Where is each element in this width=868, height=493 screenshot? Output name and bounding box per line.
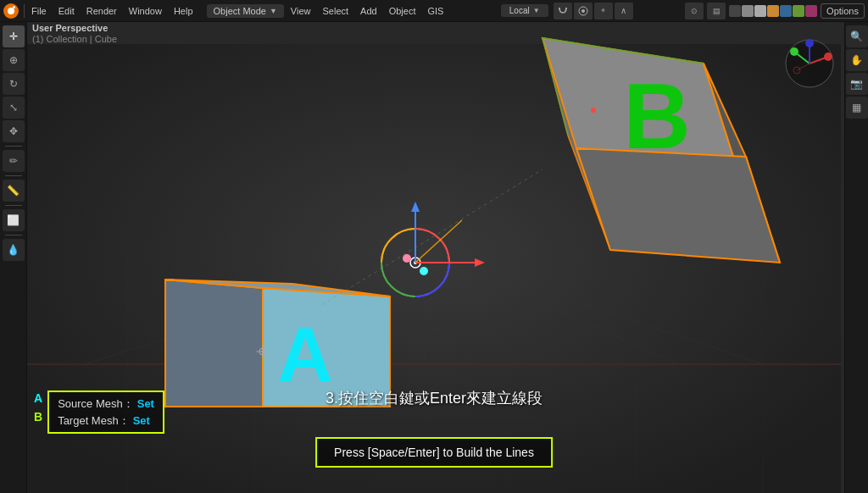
measure-tool[interactable]: 📏 — [3, 180, 25, 202]
menu-file[interactable]: File — [26, 4, 52, 18]
menu-gis[interactable]: GIS — [422, 4, 448, 18]
add-cube-tool[interactable]: ⬜ — [3, 209, 25, 231]
label-b: B — [34, 409, 42, 426]
menu-window[interactable]: Window — [124, 4, 167, 18]
annotate-tool[interactable]: ✏ — [3, 150, 25, 172]
magnet-button[interactable] — [554, 3, 572, 19]
object-mode-label: Object Mode — [214, 6, 266, 16]
menu-object[interactable]: Object — [384, 4, 421, 18]
viewport: A B — [0, 0, 868, 493]
view-perspective-label: User Perspective — [32, 23, 117, 33]
transform-tool[interactable]: ✥ — [3, 120, 25, 142]
svg-point-47 — [420, 267, 428, 275]
toolbar-sep-1 — [5, 146, 22, 147]
left-toolbar: ✛ ⊕ ↻ ⤡ ✥ ✏ 📏 ⬜ 💧 — [0, 22, 27, 493]
snap-align-button[interactable]: ⌖ — [594, 3, 613, 19]
object-mode-selector[interactable]: Object Mode ▼ — [207, 4, 284, 18]
color-dot-1 — [729, 5, 741, 17]
color-dot-5 — [780, 5, 792, 17]
svg-text:A: A — [278, 313, 333, 397]
menu-edit[interactable]: Edit — [53, 4, 80, 18]
proportional-edit-button[interactable] — [574, 3, 593, 19]
toolbar-sep-3 — [5, 205, 22, 206]
transform-pivot-selector[interactable]: Local ▼ — [501, 4, 548, 17]
layer-button[interactable]: ▤ — [707, 3, 726, 19]
search-right-icon[interactable]: 🔍 — [846, 25, 868, 47]
color-dot-6 — [793, 5, 804, 17]
rotate-tool[interactable]: ↻ — [3, 73, 25, 95]
local-label: Local — [509, 6, 530, 15]
eyedropper-tool[interactable]: 💧 — [3, 239, 25, 261]
svg-point-61 — [581, 9, 585, 13]
menu-view[interactable]: View — [286, 4, 316, 18]
color-dot-3 — [754, 5, 766, 17]
hand-tool[interactable]: ✋ — [846, 49, 868, 71]
color-dot-7 — [805, 5, 817, 17]
scale-tool[interactable]: ⤡ — [3, 97, 25, 119]
right-panel: 🔍 ✋ 📷 ▦ — [844, 22, 868, 493]
svg-point-37 — [591, 108, 596, 113]
toolbar-sep-4 — [5, 235, 22, 235]
target-mesh-row: Target Mesh： Set — [58, 413, 154, 429]
menu-help[interactable]: Help — [169, 4, 198, 18]
menu-render[interactable]: Render — [81, 4, 122, 18]
options-button[interactable]: Options — [821, 3, 865, 19]
toolbar-sep-2 — [5, 175, 22, 176]
camera-tool[interactable]: 📷 — [846, 73, 868, 95]
scene-selector[interactable]: ⊙ — [685, 3, 704, 19]
menu-add[interactable]: Add — [355, 4, 382, 18]
svg-point-53 — [790, 47, 798, 56]
layers-tool[interactable]: ▦ — [846, 97, 868, 119]
cursor-tool[interactable]: ✛ — [3, 25, 25, 47]
breadcrumb-area: User Perspective (1) Collection | Cube — [27, 22, 117, 44]
instruction-chinese: 3.按住空白鍵或Enter來建立線段 — [326, 390, 542, 407]
color-dot-2 — [742, 5, 754, 17]
color-dot-4 — [767, 5, 779, 17]
press-button[interactable]: Press [Space/Enter] to Build the Lines — [315, 437, 553, 468]
svg-text:B: B — [623, 64, 690, 168]
svg-point-46 — [403, 254, 411, 263]
move-tool[interactable]: ⊕ — [3, 49, 25, 71]
collection-label: (1) Collection | Cube — [32, 34, 117, 44]
menu-select[interactable]: Select — [317, 4, 353, 18]
mode-dropdown-icon: ▼ — [270, 7, 277, 15]
blender-logo — [3, 3, 19, 19]
target-mesh-value: Set — [133, 413, 150, 429]
svg-point-51 — [824, 53, 832, 61]
extra-snap-button[interactable]: ∧ — [615, 3, 633, 19]
top-bar: File Edit Render Window Help Object Mode… — [0, 0, 868, 22]
target-mesh-label: Target Mesh： — [58, 413, 130, 429]
svg-point-55 — [805, 39, 814, 47]
press-button-label: Press [Space/Enter] to Build the Lines — [334, 446, 534, 459]
instruction-text: 3.按住空白鍵或Enter來建立線段 — [0, 388, 868, 408]
